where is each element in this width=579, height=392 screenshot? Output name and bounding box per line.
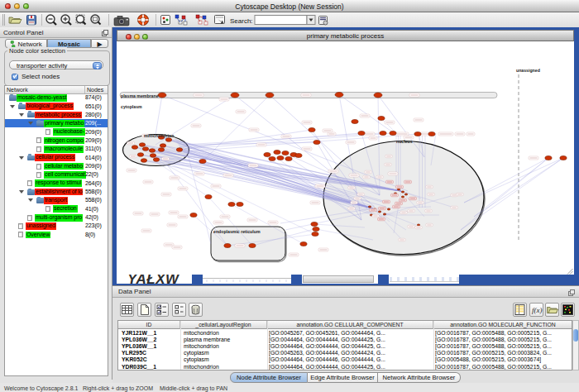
svg-text:unassigned: unassigned [516,68,540,73]
svg-text:Search:: Search: [230,17,253,25]
svg-text:mitochondrion: mitochondrion [144,133,174,138]
svg-text:cytoplasm: cytoplasm [121,104,142,109]
svg-text:nucleus: nucleus [396,139,413,144]
svg-text:endoplasmic reticulum: endoplasmic reticulum [213,229,261,234]
svg-text:plasma membrane: plasma membrane [121,93,159,98]
svg-text:f(x): f(x) [532,306,543,314]
